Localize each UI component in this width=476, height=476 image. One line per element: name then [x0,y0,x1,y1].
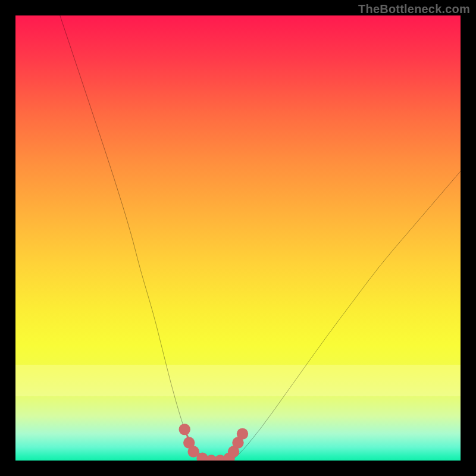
marker-dot [179,424,190,435]
marker-dot [237,428,248,439]
plot-area [15,15,461,461]
watermark-text: TheBottleneck.com [358,2,470,16]
bottleneck-curve-path [60,15,461,461]
curve-svg [15,15,461,461]
bottom-red-dots [179,424,249,461]
outer-frame: TheBottleneck.com [0,0,476,476]
